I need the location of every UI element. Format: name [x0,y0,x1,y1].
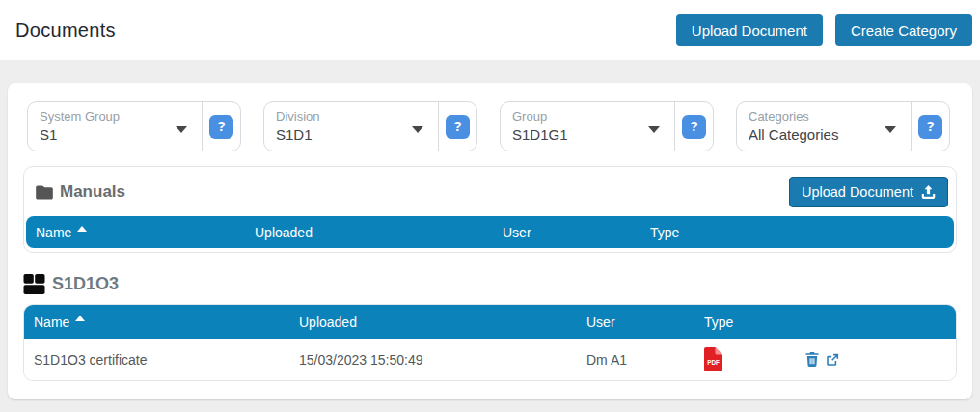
categories-select[interactable]: Categories All Categories [737,102,911,151]
filter-system-group: System Group S1 ? [27,101,241,151]
filter-row: System Group S1 ? Division S1D1 ? [27,101,953,151]
filter-label: Categories [749,109,901,124]
group-column-header-name[interactable]: Name [24,305,289,339]
manuals-column-header-name[interactable]: Name [26,216,245,248]
categories-help-button[interactable]: ? [918,115,942,139]
cell-uploaded: 15/03/2023 15:50:49 [289,352,577,368]
chevron-down-icon [176,126,187,133]
manuals-upload-document-button[interactable]: Upload Document [789,177,948,207]
system-group-help-button[interactable]: ? [209,115,233,139]
open-document-button[interactable] [826,353,839,367]
page-title: Documents [15,19,116,41]
division-select[interactable]: Division S1D1 [264,102,438,151]
manuals-upload-label: Upload Document [802,184,913,200]
filter-value: All Categories [749,124,901,147]
manuals-table-header: Name Uploaded User Type [26,216,954,248]
group-help-button[interactable]: ? [682,115,706,139]
external-link-icon [826,353,839,367]
cell-type: PDF [694,347,796,371]
manuals-card: Manuals Upload Document Name Uploaded Us… [23,166,957,253]
trash-icon [805,352,819,367]
manuals-card-header: Manuals Upload Document [26,167,954,216]
create-category-button[interactable]: Create Category [835,14,972,46]
filter-categories: Categories All Categories ? [736,101,950,151]
filter-value: S1D1 [276,124,428,147]
filter-label: Division [276,109,428,124]
delete-document-button[interactable] [805,352,819,367]
manuals-title: Manuals [36,182,125,202]
group-table-header: Name Uploaded User Type [24,305,956,339]
manuals-column-header-user[interactable]: User [493,216,640,248]
division-help-button[interactable]: ? [446,115,470,139]
filter-help-cell: ? [911,102,949,151]
filter-help-cell: ? [202,102,240,151]
chevron-down-icon [648,126,660,133]
group-column-header-user[interactable]: User [577,305,694,339]
manuals-title-label: Manuals [60,182,125,202]
svg-text:PDF: PDF [707,359,720,366]
upload-icon [921,185,936,200]
boxes-icon [23,274,45,294]
group-table-card: Name Uploaded User Type S1D1O3 certifica… [23,304,957,381]
chevron-down-icon [885,126,896,133]
cell-document-name: S1D1O3 certificate [24,352,289,368]
column-label: Name [36,225,71,240]
manuals-column-header-type[interactable]: Type [640,216,954,248]
upload-document-button[interactable]: Upload Document [676,14,823,46]
group-column-header-actions [796,305,956,339]
system-group-select[interactable]: System Group S1 [28,102,202,151]
page-actions: Upload Document Create Category [676,14,972,46]
documents-panel: System Group S1 ? Division S1D1 ? [8,83,972,399]
filter-value: S1 [40,124,192,147]
page-header: Documents Upload Document Create Categor… [0,0,980,60]
filter-help-cell: ? [674,102,713,151]
group-column-header-uploaded[interactable]: Uploaded [289,305,577,339]
filter-label: System Group [40,109,192,124]
group-column-header-type[interactable]: Type [694,305,796,339]
table-row: S1D1O3 certificate 15/03/2023 15:50:49 D… [24,339,956,380]
filter-label: Group [512,109,665,124]
folder-icon [36,185,53,200]
pdf-file-icon: PDF [704,347,722,371]
group-select[interactable]: Group S1D1G1 [501,102,674,151]
cell-actions [796,352,956,367]
sort-ascending-icon [77,226,87,232]
filter-value: S1D1G1 [512,124,665,147]
content-area: System Group S1 ? Division S1D1 ? [0,60,980,412]
group-section-title: S1D1O3 [52,274,119,294]
filter-division: Division S1D1 ? [263,101,477,151]
group-section-heading: S1D1O3 [23,274,957,294]
sort-ascending-icon [75,316,85,321]
filter-group: Group S1D1G1 ? [500,101,714,151]
cell-user: Dm A1 [577,352,694,368]
column-label: Name [34,315,69,330]
manuals-column-header-uploaded[interactable]: Uploaded [245,216,493,248]
filter-help-cell: ? [438,102,476,151]
chevron-down-icon [412,126,423,133]
